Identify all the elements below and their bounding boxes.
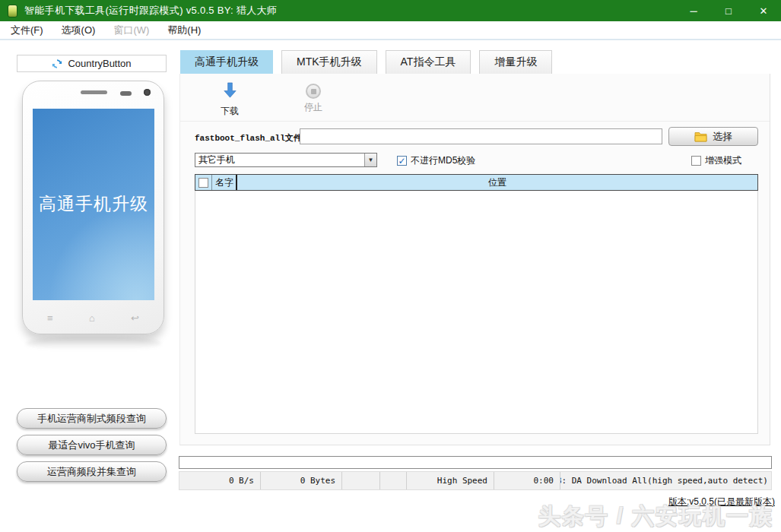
enhanced-mode-checkbox[interactable] xyxy=(691,156,701,166)
status-elapsed-time: 0:00 xyxy=(494,472,560,489)
maximize-button[interactable]: □ xyxy=(711,0,746,21)
carrier-band-union-query-button[interactable]: 运营商频段并集查询 xyxy=(17,461,167,482)
status-speed: 0 B/s xyxy=(179,472,261,489)
file-table-header: 名字 位置 xyxy=(195,174,758,191)
minimize-button[interactable]: ─ xyxy=(676,0,711,21)
select-all-cell[interactable] xyxy=(195,175,212,190)
title-bar: 智能手机下载工具(运行时跟踪模式) v5.0.5 BY: 猎人大师 ─ □ ✕ xyxy=(0,0,781,21)
tab-at-command-tool[interactable]: AT指令工具 xyxy=(386,50,471,74)
tab-content-panel: 下载 停止 fastboot_flash_all文件 选择 其它手机 ▼ xyxy=(179,74,770,445)
phone-screen-title: 高通手机升级 xyxy=(33,192,154,216)
phone-nav-bar: ≡ ⌂ ↩ xyxy=(23,309,164,326)
md5-skip-checkbox[interactable]: ✓ xyxy=(397,156,407,166)
tab-mtk-upgrade[interactable]: MTK手机升级 xyxy=(281,50,377,74)
fastboot-file-input[interactable] xyxy=(300,128,662,144)
status-usb-speed: High Speed xyxy=(407,472,494,489)
app-icon xyxy=(8,5,17,17)
progress-bar xyxy=(179,456,772,469)
status-bar: 0 B/s 0 Bytes High Speed 0:00 USB: DA Do… xyxy=(179,471,772,490)
column-header-location[interactable]: 位置 xyxy=(237,176,757,189)
window-title: 智能手机下载工具(运行时跟踪模式) v5.0.5 BY: 猎人大师 xyxy=(24,4,277,17)
fastboot-file-label: fastboot_flash_all文件 xyxy=(195,132,302,144)
phone-back-icon: ↩ xyxy=(131,312,139,324)
phone-screen: 高通手机升级 xyxy=(33,109,154,300)
chevron-down-icon[interactable]: ▼ xyxy=(364,154,376,166)
tab-incremental-upgrade[interactable]: 增量升级 xyxy=(479,50,552,74)
download-button[interactable]: 下载 xyxy=(208,82,251,118)
choose-file-button[interactable]: 选择 xyxy=(668,127,758,146)
country-button[interactable]: CountryButton xyxy=(17,55,167,72)
md5-skip-label: 不进行MD5校验 xyxy=(411,154,475,167)
folder-icon xyxy=(694,131,707,142)
app-window: 智能手机下载工具(运行时跟踪模式) v5.0.5 BY: 猎人大师 ─ □ ✕ … xyxy=(0,0,781,532)
watermark-text: 头条号 / 六安玩机一族 xyxy=(538,502,773,532)
choose-file-label: 选择 xyxy=(713,130,732,144)
phone-home-icon: ⌂ xyxy=(89,312,95,324)
menu-file[interactable]: 文件(F) xyxy=(3,24,51,37)
phone-sensor xyxy=(120,91,132,96)
file-table-body[interactable] xyxy=(195,191,758,434)
download-icon xyxy=(221,89,239,102)
window-controls: ─ □ ✕ xyxy=(676,0,781,21)
toolbar-separator xyxy=(180,121,770,122)
select-all-checkbox[interactable] xyxy=(198,178,208,188)
enhanced-mode-checkbox-row[interactable]: 增强模式 xyxy=(691,154,741,167)
menu-bar: 文件(F) 选项(O) 窗口(W) 帮助(H) xyxy=(0,21,781,40)
status-bytes: 0 Bytes xyxy=(261,472,342,489)
download-label: 下载 xyxy=(208,105,251,118)
phone-speaker xyxy=(81,90,107,94)
close-button[interactable]: ✕ xyxy=(746,0,781,21)
column-header-name[interactable]: 名字 xyxy=(212,175,237,190)
status-empty-1 xyxy=(342,472,380,489)
carrier-band-query-button[interactable]: 手机运营商制式频段查询 xyxy=(17,408,167,429)
tab-qualcomm-upgrade[interactable]: 高通手机升级 xyxy=(180,50,273,74)
country-button-label: CountryButton xyxy=(68,58,131,69)
menu-options[interactable]: 选项(O) xyxy=(54,24,103,37)
status-empty-2 xyxy=(380,472,407,489)
phone-camera xyxy=(144,89,151,96)
menu-help[interactable]: 帮助(H) xyxy=(160,24,208,37)
status-usb-mode: USB: DA Download All(high speed,auto det… xyxy=(560,472,771,489)
device-type-value: 其它手机 xyxy=(195,154,364,166)
menu-window: 窗口(W) xyxy=(106,24,157,37)
vivo-phone-query-button[interactable]: 最适合vivo手机查询 xyxy=(17,435,167,455)
md5-skip-checkbox-row[interactable]: ✓ 不进行MD5校验 xyxy=(397,154,475,167)
enhanced-mode-label: 增强模式 xyxy=(705,154,741,167)
device-type-select[interactable]: 其它手机 ▼ xyxy=(195,153,377,167)
tab-bar: 高通手机升级 MTK手机升级 AT指令工具 增量升级 xyxy=(180,50,552,74)
stop-label: 停止 xyxy=(292,101,335,114)
stop-button: 停止 xyxy=(292,82,335,114)
phone-menu-icon: ≡ xyxy=(47,312,53,324)
stop-icon xyxy=(306,84,321,99)
phone-preview: 高通手机升级 ≡ ⌂ ↩ xyxy=(22,81,164,334)
sync-icon xyxy=(52,59,62,69)
phone-reflection xyxy=(26,337,161,350)
